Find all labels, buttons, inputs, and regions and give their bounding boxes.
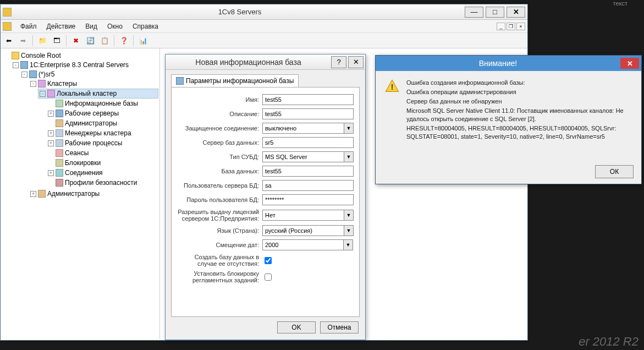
server-icon (20, 61, 28, 69)
label-name: Имя: (177, 96, 262, 103)
label-dbserver: Сервер баз данных: (177, 139, 262, 146)
server-icon (29, 70, 37, 78)
titlebar: 1Cv8 Servers — □ ✕ (1, 4, 527, 20)
dropdown-icon[interactable]: ▼ (344, 151, 354, 162)
dropdown-icon[interactable]: ▼ (344, 210, 354, 221)
menu-action[interactable]: Действие (42, 21, 80, 31)
tree-procs[interactable]: +Рабочие процессы (47, 139, 158, 147)
view-button[interactable]: 🗔 (51, 35, 63, 47)
select-secure[interactable] (262, 123, 344, 134)
input-db[interactable] (262, 166, 354, 177)
checkbox-createdb[interactable] (265, 257, 272, 264)
refresh-button[interactable]: 🔄 (84, 35, 96, 47)
tab-icon (176, 77, 184, 85)
tree-conns[interactable]: +Соединения (47, 168, 158, 177)
dropdown-icon[interactable]: ▼ (343, 239, 353, 250)
lock-icon (56, 159, 63, 167)
input-dbpass[interactable] (262, 194, 354, 205)
dialog-cancel-button[interactable]: Отмена (320, 321, 359, 333)
select-lang[interactable] (262, 225, 344, 236)
alert-title: Внимание! (376, 59, 620, 68)
input-name[interactable] (262, 94, 354, 105)
tree-sessions[interactable]: Сеансы (47, 149, 158, 157)
label-lang: Язык (Страна): (177, 227, 262, 234)
session-icon (56, 149, 63, 157)
checkbox-block[interactable] (265, 274, 272, 281)
tree-managers[interactable]: +Менеджеры кластера (47, 129, 158, 138)
label-block: Установить блокировку регламентных задан… (177, 270, 262, 283)
select-dbms[interactable] (262, 151, 344, 162)
help-button[interactable]: ❓ (118, 35, 130, 47)
tree-clusters[interactable]: -Кластеры (29, 79, 158, 88)
toolbar: ⬅ ➡ 📁 🗔 ✖ 🔄 📋 ❓ 📊 (1, 33, 527, 48)
label-secure: Защищенное соединение: (177, 125, 262, 132)
folder-icon (12, 52, 19, 59)
dialog-help-button[interactable]: ? (331, 56, 346, 68)
input-dbserver[interactable] (262, 137, 354, 148)
tree-admins2[interactable]: +Администраторы (29, 189, 158, 198)
menu-help[interactable]: Справка (128, 21, 163, 31)
tree-security[interactable]: Профили безопасности (47, 178, 158, 187)
select-license[interactable] (262, 210, 344, 221)
dialog-title: Новая информационная база (166, 58, 331, 67)
tree-workservers[interactable]: +Рабочие серверы (47, 109, 158, 118)
tree-central-servers[interactable]: -1C:Enterprise 8.3 Central Servers (12, 61, 158, 69)
close-button[interactable]: ✕ (507, 7, 525, 18)
export-button[interactable]: 📋 (98, 35, 111, 47)
tree-panel[interactable]: Console Root -1C:Enterprise 8.3 Central … (1, 48, 160, 339)
up-button[interactable]: 📁 (36, 35, 48, 47)
minimize-button[interactable]: — (465, 7, 483, 18)
mdi-icon (3, 22, 12, 31)
input-dbuser[interactable] (262, 180, 354, 191)
security-icon (56, 179, 63, 187)
forward-button[interactable]: ➡ (17, 35, 29, 47)
tree-infobases[interactable]: Информационные базы (47, 99, 158, 108)
tree-admins[interactable]: Администраторы (47, 119, 158, 128)
warning-icon: ! (384, 79, 400, 94)
dropdown-icon[interactable]: ▼ (344, 225, 354, 236)
cluster-icon (47, 90, 55, 97)
cluster-icon (38, 80, 46, 88)
new-infobase-dialog: Новая информационная база ? ✕ Параметры … (165, 54, 366, 340)
label-dbms: Тип СУБД: (177, 154, 262, 160)
manager-icon (56, 129, 63, 137)
admin-icon (56, 119, 63, 127)
tree-root[interactable]: Console Root (3, 51, 158, 60)
svg-text:!: ! (391, 83, 394, 91)
tree-local-cluster[interactable]: -Локальный кластер (38, 89, 158, 99)
menubar: Файл Действие Вид Окно Справка _ ❐ × (1, 20, 527, 33)
dropdown-icon[interactable]: ▼ (344, 123, 354, 134)
maximize-button[interactable]: □ (486, 7, 504, 18)
server-icon (56, 110, 63, 117)
watermark: er 2012 R2 (579, 335, 639, 349)
mdi-restore[interactable]: ❐ (507, 23, 515, 30)
select-dateoffset[interactable] (262, 239, 343, 250)
tab-params[interactable]: Параметры информационной базы (171, 74, 299, 87)
alert-dialog: Внимание! ✕ ! Ошибка создания информацио… (375, 55, 642, 184)
menu-view[interactable]: Вид (81, 21, 102, 31)
mdi-minimize[interactable]: _ (497, 23, 505, 30)
back-button[interactable]: ⬅ (3, 35, 15, 47)
dialog-ok-button[interactable]: OK (277, 321, 316, 333)
admin-icon (38, 190, 46, 198)
menu-file[interactable]: Файл (16, 21, 41, 31)
app-icon (3, 8, 12, 17)
label-desc: Описание: (177, 111, 262, 117)
dialog-close-button[interactable]: ✕ (348, 56, 364, 68)
delete-button[interactable]: ✖ (70, 35, 82, 47)
connection-icon (56, 169, 63, 177)
props-button[interactable]: 📊 (137, 35, 149, 47)
db-icon (56, 100, 63, 107)
mdi-close[interactable]: × (516, 23, 525, 30)
label-createdb: Создать базу данных в случае ее отсутств… (177, 254, 262, 267)
input-desc[interactable] (262, 108, 354, 119)
menu-window[interactable]: Окно (103, 21, 127, 31)
tree-locks[interactable]: Блокировки (47, 158, 158, 167)
alert-ok-button[interactable]: ОК (595, 165, 634, 178)
stray-text: текст (613, 0, 628, 7)
dialog-form: Имя: Описание: Защищенное соединение:▼ С… (171, 87, 360, 317)
tree-sr5[interactable]: -(*)sr5 (20, 70, 158, 79)
process-icon (56, 139, 63, 147)
label-dbpass: Пароль пользователя БД: (177, 196, 262, 203)
alert-close-button[interactable]: ✕ (620, 58, 639, 69)
